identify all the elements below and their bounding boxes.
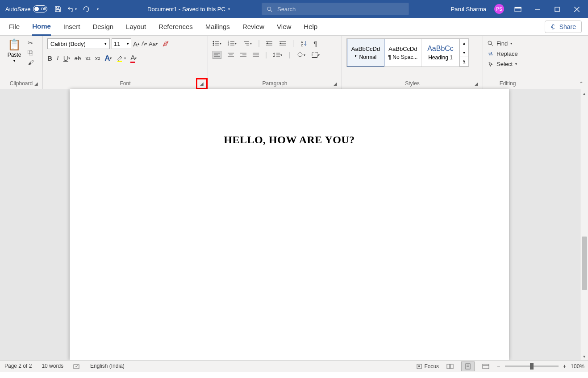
multilevel-list-button[interactable]: ▾ [243, 40, 252, 46]
numbering-button[interactable]: 123▾ [228, 40, 237, 46]
avatar[interactable]: PS [494, 4, 504, 14]
style-heading-1[interactable]: AaBbCc Heading 1 [422, 39, 459, 66]
web-layout-view-button[interactable] [479, 361, 492, 371]
svg-rect-9 [117, 61, 122, 62]
sort-button[interactable]: AZ [301, 40, 307, 46]
bullets-button[interactable]: ▾ [213, 40, 221, 46]
svg-rect-54 [418, 366, 420, 367]
page-indicator[interactable]: Page 2 of 2 [4, 363, 32, 369]
tab-review[interactable]: Review [242, 18, 264, 35]
clipboard-dialog-launcher[interactable]: ◢ [33, 80, 40, 87]
paste-button[interactable]: 📋 Paste ▾ [4, 38, 24, 63]
tab-layout[interactable]: Layout [126, 18, 146, 35]
change-case-button[interactable]: Aa▾ [149, 41, 158, 47]
document-area: HELLO, HOW ARE YOU? ▴ ▾ [0, 89, 588, 360]
zoom-in-button[interactable]: + [563, 363, 567, 370]
cut-icon[interactable]: ✂ [28, 39, 34, 46]
align-left-button[interactable] [213, 51, 221, 59]
zoom-thumb[interactable] [530, 363, 534, 370]
font-size-combobox[interactable]: 11▾ [112, 38, 131, 49]
ribbon-display-options-icon[interactable] [512, 6, 524, 12]
spellcheck-icon[interactable] [73, 363, 80, 370]
share-button[interactable]: Share [545, 21, 582, 33]
scroll-up-arrow[interactable]: ▴ [580, 89, 588, 97]
show-hide-marks-button[interactable]: ¶ [313, 40, 317, 47]
styles-dialog-launcher[interactable]: ◢ [473, 80, 480, 87]
shading-button[interactable]: ▾ [296, 52, 305, 58]
decrease-indent-button[interactable] [266, 40, 273, 46]
word-count[interactable]: 10 words [42, 363, 63, 369]
print-layout-view-button[interactable] [461, 361, 475, 371]
group-editing: Find ▾ Replace Select ▾ Editing [483, 36, 532, 89]
format-painter-icon[interactable]: 🖌 [28, 59, 34, 66]
close-icon[interactable] [571, 6, 583, 12]
tab-references[interactable]: References [158, 18, 193, 35]
focus-mode-button[interactable]: Focus [416, 363, 439, 370]
strikethrough-button[interactable]: ab [75, 55, 81, 62]
svg-line-51 [491, 44, 493, 46]
borders-button[interactable]: ▾ [312, 52, 320, 58]
italic-button[interactable]: I [57, 54, 59, 62]
collapse-ribbon-button[interactable]: ⌃ [579, 81, 584, 87]
redo-button[interactable] [83, 6, 90, 12]
style-normal[interactable]: AaBbCcDd ¶ Normal [347, 39, 384, 66]
language-indicator[interactable]: English (India) [90, 363, 125, 369]
qat-customize-dropdown[interactable]: ▾ [97, 7, 99, 11]
font-color-button[interactable]: A▾ [130, 54, 137, 63]
clear-formatting-button[interactable] [162, 40, 169, 47]
highlight-button[interactable]: ▾ [116, 54, 126, 62]
minimize-icon[interactable] [532, 6, 543, 12]
copy-icon[interactable]: ⿻ [28, 49, 34, 56]
document-body-text[interactable]: HELLO, HOW ARE YOU? [70, 134, 509, 146]
styles-scroll-down[interactable]: ▾ [460, 48, 468, 58]
text-effects-button[interactable]: A▾ [104, 54, 112, 63]
document-page[interactable]: HELLO, HOW ARE YOU? [70, 89, 509, 360]
styles-scroll-up[interactable]: ▴ [460, 39, 468, 48]
user-name[interactable]: Parul Sharma [451, 6, 486, 12]
align-right-button[interactable] [240, 52, 246, 58]
svg-point-10 [213, 41, 214, 42]
increase-indent-button[interactable] [279, 40, 287, 46]
autosave-toggle[interactable]: AutoSave Off [5, 5, 47, 12]
replace-button[interactable]: Replace [488, 50, 518, 57]
tab-view[interactable]: View [277, 18, 291, 35]
save-icon[interactable] [54, 6, 61, 12]
autosave-state[interactable]: Off [33, 5, 47, 12]
subscript-button[interactable]: x2 [85, 55, 91, 62]
tab-file[interactable]: File [9, 18, 20, 35]
zoom-out-button[interactable]: − [497, 363, 500, 370]
font-dialog-launcher[interactable]: ◢ [196, 78, 208, 89]
clipboard-icon: 📋 [8, 38, 21, 51]
tab-design[interactable]: Design [92, 18, 113, 35]
search-box[interactable]: Search [262, 3, 409, 15]
align-center-button[interactable] [228, 52, 234, 58]
vertical-scrollbar[interactable]: ▴ ▾ [580, 89, 588, 360]
paragraph-dialog-launcher[interactable]: ◢ [332, 80, 339, 87]
bold-button[interactable]: B [47, 54, 52, 62]
zoom-slider[interactable] [505, 366, 559, 367]
tab-help[interactable]: Help [304, 18, 317, 35]
font-name-combobox[interactable]: Calibri (Body)▾ [47, 38, 110, 49]
select-button[interactable]: Select ▾ [488, 61, 517, 67]
scroll-down-arrow[interactable]: ▾ [580, 352, 588, 360]
zoom-level[interactable]: 100% [571, 363, 584, 370]
superscript-button[interactable]: x2 [95, 55, 100, 62]
tab-mailings[interactable]: Mailings [205, 18, 230, 35]
undo-button[interactable]: ▾ [67, 6, 77, 12]
find-button[interactable]: Find ▾ [488, 40, 512, 47]
justify-button[interactable] [253, 52, 259, 58]
styles-gallery[interactable]: AaBbCcDd ¶ Normal AaBbCcDd ¶ No Spac... … [346, 38, 469, 67]
increase-font-size-button[interactable]: A▴ [133, 40, 140, 48]
scroll-thumb[interactable] [582, 237, 587, 290]
maximize-icon[interactable] [551, 6, 563, 12]
tab-insert[interactable]: Insert [63, 18, 80, 35]
underline-button[interactable]: U▾ [63, 54, 70, 62]
group-font: Calibri (Body)▾ 11▾ A▴ A▾ Aa▾ B I U▾ ab … [43, 36, 208, 89]
decrease-font-size-button[interactable]: A▾ [142, 41, 147, 47]
doc-title-dropdown[interactable]: ▾ [228, 7, 230, 11]
line-spacing-button[interactable]: ▾ [273, 52, 282, 58]
style-no-spacing[interactable]: AaBbCcDd ¶ No Spac... [384, 39, 422, 66]
styles-expand[interactable]: ⊻ [460, 57, 468, 66]
read-mode-view-button[interactable] [443, 361, 457, 371]
tab-home[interactable]: Home [32, 18, 51, 36]
